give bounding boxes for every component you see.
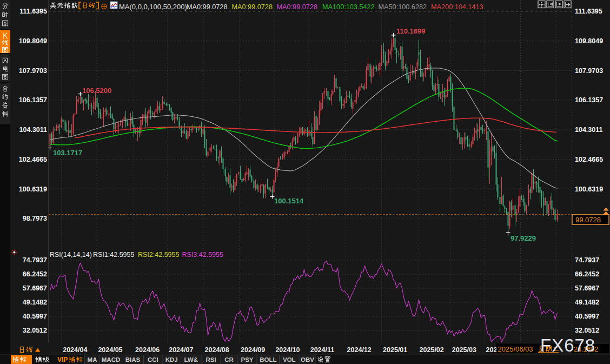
svg-text:2024/10: 2024/10 [275,346,300,354]
svg-text:2025/06/03: 2025/06/03 [498,345,533,353]
svg-text:111.6395: 111.6395 [19,8,47,15]
svg-text:RSI: RSI [205,356,216,363]
svg-text:2024/05: 2024/05 [98,346,122,354]
svg-text:MA0:99.0728: MA0:99.0728 [232,3,273,11]
svg-text:MA200:104.1413: MA200:104.1413 [431,3,483,11]
svg-text:40.5997: 40.5997 [575,313,599,320]
svg-text:109.8049: 109.8049 [19,37,47,45]
svg-text:2025/02: 2025/02 [420,346,444,354]
svg-text:PSY: PSY [241,356,253,363]
svg-text:103.1717: 103.1717 [53,149,82,157]
svg-text:2024/11: 2024/11 [310,346,335,354]
svg-text:VOL: VOL [283,356,296,363]
svg-text:2024/07: 2024/07 [169,346,193,354]
svg-text:49.1482: 49.1482 [575,299,599,306]
svg-text:MACD: MACD [102,356,121,363]
svg-text:57.6967: 57.6967 [23,284,47,292]
svg-text:RSI2:42.5955: RSI2:42.5955 [138,251,179,259]
svg-text:RSI1:42.5955: RSI1:42.5955 [93,251,134,259]
svg-text:MA0:99.0728: MA0:99.0728 [187,3,227,11]
svg-text:RSI(14,14,14): RSI(14,14,14) [50,251,92,259]
svg-text:2024/09: 2024/09 [241,346,265,354]
svg-text:74.7937: 74.7937 [23,256,47,264]
svg-text:100.6319: 100.6319 [575,186,603,193]
svg-text:66.2452: 66.2452 [575,270,599,278]
svg-text:2024/12: 2024/12 [347,346,372,354]
svg-text:2025/03: 2025/03 [452,346,476,354]
svg-text:66.2452: 66.2452 [23,270,47,278]
svg-text:BIAS: BIAS [125,356,141,363]
svg-text:98.7973: 98.7973 [23,215,47,222]
svg-text:VIP: VIP [57,356,68,363]
svg-text:106.5200: 106.5200 [82,87,111,95]
svg-text:RSI3:42.5955: RSI3:42.5955 [182,251,223,259]
svg-text:MA50:100.6282: MA50:100.6282 [379,3,427,11]
svg-text:2024/08: 2024/08 [205,346,229,354]
svg-text:MA: MA [88,356,97,363]
svg-text:57.6967: 57.6967 [575,284,599,292]
svg-text:111.6395: 111.6395 [575,8,602,15]
svg-text:MA0:99.0728: MA0:99.0728 [277,3,317,11]
svg-text:KDJ: KDJ [165,356,178,363]
svg-text:CCI: CCI [148,356,158,363]
svg-text:OBV: OBV [301,356,314,363]
svg-text:106.1357: 106.1357 [19,96,47,104]
svg-text:100.6319: 100.6319 [19,186,47,193]
svg-text:40.5997: 40.5997 [23,313,47,320]
svg-text:49.1482: 49.1482 [23,299,47,306]
svg-text:109.8049: 109.8049 [575,37,603,45]
svg-text:2024/06: 2024/06 [135,346,160,354]
svg-text:100.1514: 100.1514 [274,197,304,205]
svg-text:32.0512: 32.0512 [575,327,599,334]
svg-text:MA100:103.5422: MA100:103.5422 [322,3,375,11]
svg-text:32.0512: 32.0512 [23,327,47,334]
svg-text:102.4665: 102.4665 [575,156,603,163]
svg-text:99.0728: 99.0728 [575,216,601,224]
svg-text:110.1699: 110.1699 [396,27,426,35]
svg-text:CR: CR [224,356,234,363]
svg-text:104.3011: 104.3011 [575,126,602,134]
svg-text:FX678: FX678 [540,335,595,355]
svg-text:2024/04: 2024/04 [63,346,87,354]
svg-text:102.4665: 102.4665 [19,156,47,163]
svg-text:107.9703: 107.9703 [19,67,47,75]
svg-text:MA(0,0,0,100,50,200): MA(0,0,0,100,50,200) [119,3,187,11]
svg-text:2025/01: 2025/01 [383,346,407,354]
svg-text:LW&: LW& [184,356,198,363]
svg-text:97.9229: 97.9229 [510,234,536,242]
svg-text:104.3011: 104.3011 [19,126,47,134]
svg-text:106.1357: 106.1357 [575,96,603,104]
svg-text:107.9703: 107.9703 [575,67,603,75]
svg-text:74.7937: 74.7937 [575,256,599,264]
svg-text:BOLL: BOLL [260,356,276,363]
